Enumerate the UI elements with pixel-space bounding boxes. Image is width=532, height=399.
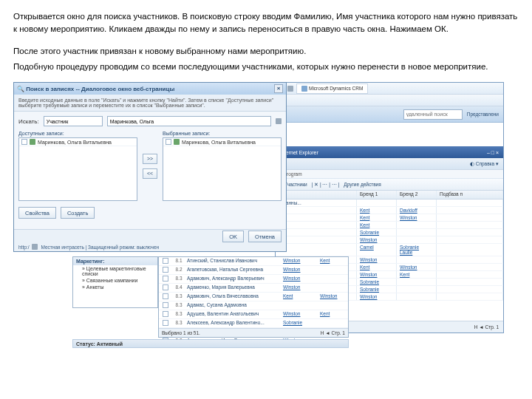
toolbar-more-actions[interactable]: Другие действия: [344, 182, 381, 187]
column-header[interactable]: Бренд 2: [397, 191, 437, 199]
table-row[interactable]: 8.4Адаменко, Мария ВалерьевнаWinston: [159, 284, 348, 293]
quick-search-input[interactable]: [403, 109, 463, 120]
program-label: a program: [276, 170, 503, 179]
ok-button[interactable]: OK: [222, 231, 244, 242]
table-row[interactable]: 8.3Адамович, Ольга ВячеславовнаKentWinst…: [159, 293, 348, 301]
table-row[interactable]: 8.3Адамович, Александр ВалерьевичWinston: [159, 275, 348, 284]
table-row[interactable]: 8.3Алексеев, Александр Валентино...Sobra…: [159, 319, 348, 328]
search-icon[interactable]: [276, 118, 282, 124]
browser-tab[interactable]: Microsoft Dynamics CRM: [296, 83, 368, 94]
table-row[interactable]: 8.3Адушев, Валентин АнатольевичWinstonKe…: [159, 310, 348, 319]
search-input[interactable]: [107, 116, 271, 126]
status-text: Местная интрасеть | Защищенный режим: вы…: [41, 245, 159, 250]
table-row[interactable]: 8.3Адамас, Сусана Адамовна: [159, 301, 348, 310]
window-controls[interactable]: – □ ×: [487, 150, 499, 155]
instruction-paragraph: Открывается окно для поиска участников. …: [13, 10, 519, 36]
protocol-label: http:/: [18, 245, 29, 250]
close-icon[interactable]: ×: [274, 84, 283, 93]
table-row[interactable]: CamelSobranie Laulie: [276, 244, 503, 256]
tree-item[interactable]: » Анкеты: [73, 284, 157, 290]
selection-count: Выбрано 1 из 51.: [162, 330, 200, 335]
selected-list[interactable]: Маринкова, Ольга Витальевна: [163, 137, 282, 201]
column-header[interactable]: Подбаза п: [437, 191, 503, 199]
crm-icon: [301, 86, 307, 92]
person-icon: [174, 139, 180, 145]
table-row[interactable]: KentWinston: [276, 214, 503, 222]
panel-header: Маркетинг:: [73, 257, 157, 265]
dialog-title: 🔍 Поиск в записях -- Диалоговое окно веб…: [17, 86, 174, 92]
dialog-hint: Введите исходные данные в поле "Искать" …: [14, 95, 286, 112]
entity-select[interactable]: [44, 116, 103, 126]
participants-table: 8.1Атинский, Станислав ИвановичWinstonKe…: [158, 256, 349, 338]
available-list[interactable]: Маринкова, Ольга Витальевна: [18, 137, 137, 201]
list-item[interactable]: Маринкова, Ольга Витальевна: [163, 138, 281, 146]
paging-label: Н ◄ Стр. 1: [321, 330, 345, 335]
zone-icon: [32, 244, 38, 250]
table-row[interactable]: Kent: [276, 222, 503, 229]
properties-button[interactable]: Свойства: [18, 207, 56, 219]
remove-button[interactable]: <<: [143, 168, 157, 179]
screenshot-area: Microsoft Dynamics CRM Представлени Inte…: [13, 82, 519, 348]
create-button[interactable]: Создать: [61, 207, 95, 219]
search-label: Искать:: [18, 118, 39, 125]
table-row[interactable]: странны...: [276, 200, 503, 207]
tree-item[interactable]: » Связанные кампании: [73, 277, 157, 284]
person-icon: [30, 139, 35, 145]
table-row[interactable]: Winston: [276, 236, 503, 244]
selected-label: Выбранные записи:: [163, 131, 282, 136]
column-header[interactable]: Бренд 1: [357, 191, 397, 199]
help-link[interactable]: ◐ Справка ▾: [470, 161, 499, 167]
cancel-button[interactable]: Отмена: [248, 231, 282, 242]
marketing-panel: Маркетинг: » Целевые маркетинговые списк…: [72, 256, 158, 308]
paging-label: Н ◄ Стр. 1: [474, 324, 499, 330]
table-row[interactable]: 8.2Агапетовская, Наталья СергеевнаWinsto…: [159, 266, 348, 275]
add-button[interactable]: >>: [143, 154, 157, 164]
forward-icon[interactable]: [287, 86, 293, 92]
list-item[interactable]: Маринкова, Ольга Витальевна: [19, 138, 137, 146]
status-bar: Статус: Активный: [72, 339, 349, 348]
table-row[interactable]: KentDavidoff: [276, 207, 503, 214]
instruction-paragraph: Подобную процедуру проводим со всеми пос…: [13, 61, 519, 73]
table-row[interactable]: Sobranie: [276, 229, 503, 236]
tree-item[interactable]: » Целевые маркетинговые списки: [73, 265, 157, 277]
presentation-link[interactable]: Представлени: [467, 112, 499, 117]
instruction-paragraph: После этого участник привязан к новому в…: [13, 45, 519, 58]
available-label: Доступные записи:: [18, 131, 137, 136]
table-row[interactable]: 8.1Атинский, Станислав ИвановичWinstonKe…: [159, 257, 348, 266]
search-dialog: 🔍 Поиск в записях -- Диалоговое окно веб…: [13, 82, 287, 252]
